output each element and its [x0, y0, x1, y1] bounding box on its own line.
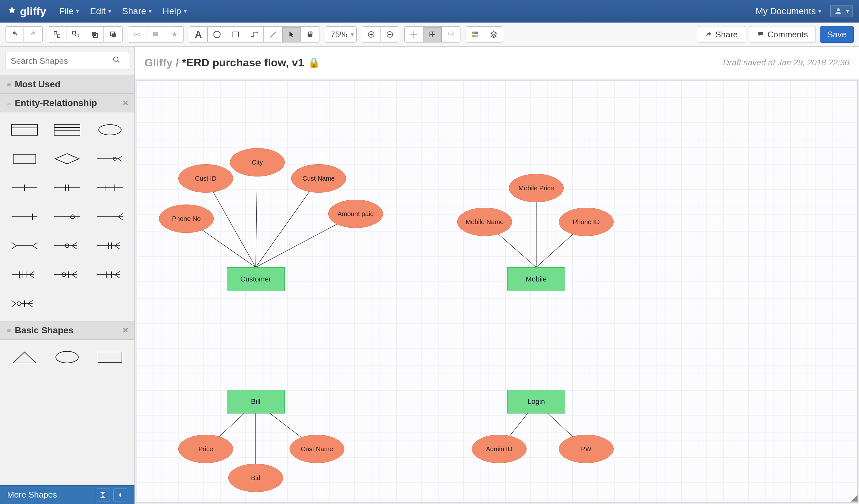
menu-file[interactable]: File▾	[59, 6, 79, 16]
shape-entity[interactable]	[6, 120, 43, 139]
shape-rel-6[interactable]	[92, 207, 128, 226]
attr-price[interactable]: Price	[178, 435, 233, 463]
shape-diamond[interactable]	[49, 149, 85, 169]
shape-ellipse-basic[interactable]	[49, 347, 85, 367]
send-back-button[interactable]	[104, 27, 122, 43]
bring-front-button[interactable]	[85, 27, 104, 43]
svg-rect-0	[54, 32, 57, 34]
shape-rect-basic[interactable]	[92, 347, 128, 367]
menu-my-documents[interactable]: My Documents▾	[755, 6, 821, 16]
share-button[interactable]: Share	[698, 26, 745, 43]
shape-triangle[interactable]	[6, 347, 43, 367]
shape-ellipse[interactable]	[92, 120, 128, 139]
shape-rect[interactable]	[6, 149, 43, 169]
shape-rel-1[interactable]	[6, 178, 43, 198]
shape-rel-7[interactable]	[6, 236, 43, 255]
attr-amount-paid[interactable]: Amount paid	[328, 200, 383, 228]
snap-object-button[interactable]	[404, 27, 423, 43]
attr-bid[interactable]: Bid	[228, 464, 283, 492]
themes-button[interactable]	[466, 27, 484, 43]
connector-tool-button[interactable]	[245, 27, 264, 43]
close-icon[interactable]: ✕	[122, 326, 129, 335]
rect-tool-button[interactable]	[226, 27, 245, 43]
pointer-tool-button[interactable]	[283, 27, 301, 43]
svg-marker-69	[13, 352, 36, 363]
user-menu[interactable]: ▾	[830, 5, 853, 17]
shape-rel-8[interactable]	[49, 236, 85, 255]
fit-width-button[interactable]	[96, 489, 110, 501]
shape-rel-11[interactable]	[49, 265, 85, 284]
menu-edit[interactable]: Edit▾	[90, 6, 111, 16]
attr-city[interactable]: City	[230, 148, 285, 176]
attr-mobile-name[interactable]: Mobile Name	[457, 208, 512, 236]
link-button[interactable]	[128, 27, 146, 43]
svg-rect-20	[472, 32, 474, 34]
ellipse-tool-button[interactable]	[208, 27, 226, 43]
save-button[interactable]: Save	[820, 26, 854, 43]
group-button[interactable]	[48, 27, 66, 43]
attr-cust-name[interactable]: Cust Name	[291, 164, 346, 193]
undo-button[interactable]	[5, 27, 24, 43]
section-basic-shapes[interactable]: ≡ Basic Shapes ✕	[0, 321, 134, 340]
entity-customer[interactable]: Customer	[227, 267, 285, 291]
entity-mobile[interactable]: Mobile	[507, 267, 565, 291]
shape-rel-2[interactable]	[49, 178, 85, 198]
app-logo: gliffy	[6, 5, 46, 18]
svg-rect-1	[57, 35, 60, 37]
text-tool-button[interactable]: A	[189, 27, 208, 43]
attr-phone-no[interactable]: Phone No	[159, 205, 214, 233]
document-title[interactable]: *ERD purchase flow, v1	[182, 56, 304, 69]
snap-grid-button[interactable]	[423, 27, 442, 43]
close-icon[interactable]: ✕	[122, 98, 129, 108]
line-tool-button[interactable]	[264, 27, 283, 43]
popup-button[interactable]	[165, 27, 184, 43]
hand-tool-button[interactable]	[301, 27, 320, 43]
attr-admin-id[interactable]: Admin ID	[472, 435, 527, 463]
shape-rel-9[interactable]	[92, 236, 128, 255]
zoom-out-button[interactable]	[380, 27, 399, 43]
collapse-sidebar-button[interactable]	[113, 489, 127, 501]
comment-button[interactable]	[146, 27, 165, 43]
entity-bill[interactable]: Bill	[227, 390, 285, 413]
attr-phone-id[interactable]: Phone ID	[559, 208, 614, 236]
attr-cust-id[interactable]: Cust ID	[178, 164, 233, 193]
layers-button[interactable]	[484, 27, 503, 43]
zoom-select[interactable]: 75%	[325, 27, 357, 43]
ungroup-button[interactable]	[66, 27, 85, 43]
breadcrumb[interactable]: Gliffy	[145, 56, 172, 69]
shape-rel-10[interactable]	[6, 265, 43, 284]
menubar: gliffy File▾ Edit▾ Share▾ Help▾ My Docum…	[0, 0, 859, 22]
zoom-in-button[interactable]	[362, 27, 380, 43]
svg-rect-22	[472, 35, 474, 37]
shape-rel-13[interactable]	[6, 294, 43, 313]
entity-login[interactable]: Login	[507, 390, 565, 413]
menu-help[interactable]: Help▾	[163, 6, 187, 16]
menu-share[interactable]: Share▾	[122, 6, 152, 16]
section-most-used[interactable]: ≡ Most Used	[0, 75, 134, 94]
chevron-down-icon: ▾	[76, 8, 79, 15]
shape-rel-12[interactable]	[92, 265, 128, 284]
attr-cust-name-2[interactable]: Cust Name	[289, 435, 344, 463]
svg-point-70	[56, 351, 78, 363]
shape-rel-4[interactable]	[6, 207, 43, 226]
shape-rel-3[interactable]	[92, 178, 128, 198]
attr-mobile-price[interactable]: Mobile Price	[509, 174, 564, 202]
drag-handle-icon: ≡	[7, 99, 11, 107]
guides-button[interactable]	[442, 27, 461, 43]
svg-rect-3	[75, 34, 78, 37]
shape-line-o-crow[interactable]	[92, 149, 128, 169]
diagram-canvas[interactable]: Phone No Cust ID City Cust Name Amount p…	[136, 80, 858, 503]
search-shapes-input[interactable]	[5, 52, 129, 70]
svg-point-66	[17, 302, 21, 305]
attr-pw[interactable]: PW	[559, 435, 614, 463]
section-entity-relationship[interactable]: ≡ Entity-Relationship ✕	[0, 94, 134, 112]
redo-button[interactable]	[24, 27, 43, 43]
more-shapes-button[interactable]: More Shapes	[7, 490, 57, 500]
chevron-down-icon: ▾	[108, 8, 111, 15]
svg-point-10	[251, 36, 252, 37]
comments-button[interactable]: Comments	[750, 26, 815, 43]
shape-entity-rows[interactable]	[49, 120, 85, 139]
shape-rel-5[interactable]	[49, 207, 85, 226]
share-icon	[705, 31, 712, 38]
resize-handle-icon: ◢	[850, 492, 858, 503]
